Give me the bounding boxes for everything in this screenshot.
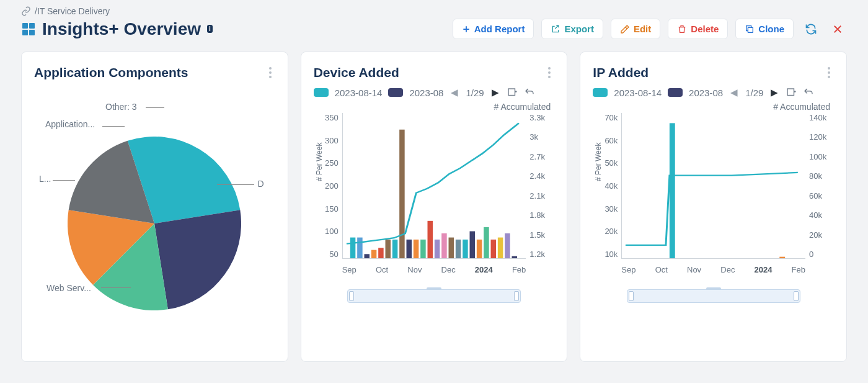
card-menu-button[interactable] (824, 63, 834, 82)
pie-chart[interactable]: D Web Serv... L... Application... Other:… (34, 87, 275, 323)
legend-swatch-teal (314, 88, 329, 97)
svg-rect-30 (787, 89, 794, 96)
clone-button[interactable]: Clone (735, 19, 794, 39)
card-title: IP Added (593, 65, 649, 80)
card-title: Device Added (314, 65, 399, 80)
device-chart[interactable]: # Per Week 35030025020015010050 3.3k3k2.… (317, 113, 551, 274)
pager-text: 1/29 (745, 88, 763, 98)
edit-icon (620, 24, 630, 34)
plus-icon (462, 25, 471, 34)
close-icon (832, 24, 843, 35)
y-axis-right: 3.3k3k2.7k2.4k2.1k1.8k1.5k1.2k (529, 113, 551, 259)
pager-next-icon[interactable]: ▶ (769, 87, 779, 98)
zoom-in-icon[interactable] (786, 87, 797, 98)
edit-button[interactable]: Edit (611, 19, 660, 39)
breadcrumb[interactable]: /IT Service Delivery (21, 6, 847, 16)
action-bar: Add Report Export Edit Delete Clone (453, 19, 847, 39)
pie-label-other: Other: 3 (105, 102, 137, 112)
pie-label-application: Application... (45, 119, 95, 129)
pager-prev-icon[interactable]: ◀ (729, 87, 739, 98)
svg-rect-2 (22, 30, 28, 35)
card-ip-added: IP Added 2023-08-14 2023-08 ◀ 1/29 ▶ # A… (580, 52, 847, 362)
x-axis: SepOctNovDec2024Feb (621, 265, 805, 274)
page-title: Insights+ Overview (42, 19, 201, 39)
refresh-button[interactable] (801, 19, 821, 39)
svg-rect-3 (29, 30, 35, 35)
trash-icon (677, 24, 687, 34)
y-axis-left: 70k60k50k40k30k20k10k (596, 113, 618, 259)
clone-icon (745, 24, 755, 34)
range-scrubber[interactable] (627, 289, 800, 303)
right-axis-title: # Accumulated (314, 102, 551, 112)
pie-svg (68, 137, 241, 310)
info-icon[interactable]: i (207, 25, 213, 33)
card-title: Application Components (34, 65, 188, 80)
svg-rect-0 (22, 23, 28, 29)
pie-label-d: D (258, 179, 264, 189)
card-device-added: Device Added 2023-08-14 2023-08 ◀ 1/29 ▶… (301, 52, 568, 362)
export-button[interactable]: Export (541, 19, 603, 39)
pie-label-l: L... (39, 174, 51, 184)
svg-rect-5 (508, 89, 515, 96)
chart-legend: 2023-08-14 2023-08 ◀ 1/29 ▶ (314, 87, 555, 98)
pager-text: 1/29 (466, 88, 484, 98)
link-icon (21, 6, 31, 16)
ip-chart[interactable]: # Per Week 70k60k50k40k30k20k10k 140k120… (596, 113, 830, 274)
card-application-components: Application Components D Web Serv... L..… (21, 52, 288, 362)
line-svg (343, 113, 526, 258)
legend-swatch-navy (388, 88, 403, 97)
delete-button[interactable]: Delete (668, 19, 728, 39)
svg-rect-4 (748, 27, 753, 32)
export-icon (551, 24, 560, 34)
undo-icon[interactable] (803, 87, 814, 98)
dashboard-icon (21, 22, 36, 37)
chart-legend: 2023-08-14 2023-08 ◀ 1/29 ▶ (593, 87, 834, 98)
pager-prev-icon[interactable]: ◀ (450, 87, 459, 98)
legend-swatch-navy (668, 88, 683, 97)
card-menu-button[interactable] (265, 63, 275, 82)
card-menu-button[interactable] (544, 63, 554, 82)
add-report-button[interactable]: Add Report (453, 19, 534, 39)
refresh-icon (805, 23, 817, 35)
close-button[interactable] (828, 20, 847, 38)
y-axis-right: 140k120k100k80k60k40k20k0 (809, 113, 830, 259)
legend-swatch-teal (593, 88, 608, 97)
x-axis: SepOctNovDec2024Feb (342, 265, 526, 274)
svg-rect-1 (29, 23, 35, 29)
zoom-in-icon[interactable] (507, 87, 518, 98)
breadcrumb-text: /IT Service Delivery (35, 6, 110, 16)
right-axis-title: # Accumulated (593, 102, 830, 112)
pager-next-icon[interactable]: ▶ (490, 87, 500, 98)
pie-label-webserv: Web Serv... (46, 283, 91, 293)
range-scrubber[interactable] (347, 289, 521, 303)
line-svg (622, 113, 805, 258)
y-axis-left: 35030025020015010050 (317, 113, 339, 259)
undo-icon[interactable] (524, 87, 535, 98)
